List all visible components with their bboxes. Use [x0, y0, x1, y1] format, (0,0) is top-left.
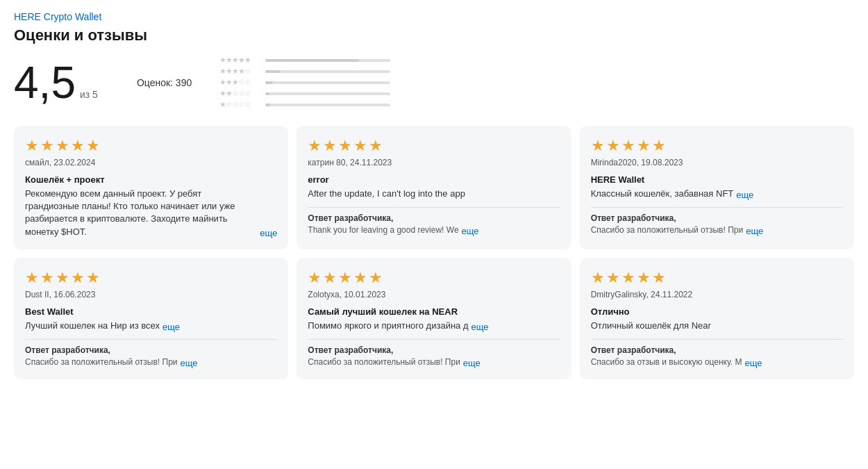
- review-body-row: Отличный кошелёк для Near: [591, 320, 843, 332]
- review-body-row: After the update, I can't log into the a…: [308, 188, 560, 200]
- dev-reply-text: Спасибо за отзыв и высокую оценку. М: [591, 356, 742, 368]
- dev-reply: Ответ разработчика,Спасибо за положитель…: [25, 339, 277, 368]
- dev-reply-more-link[interactable]: еще: [181, 358, 198, 368]
- bar-fill: [265, 104, 270, 106]
- review-meta: Dust II, 16.06.2023: [25, 290, 277, 299]
- dev-reply: Ответ разработчика,Спасибо за положитель…: [308, 339, 560, 368]
- review-body-row: Помимо яркого и приятного дизайна деще: [308, 320, 560, 332]
- review-meta: DmitryGalinsky, 24.11.2022: [591, 290, 843, 299]
- review-stars: ★★★★★: [591, 137, 843, 155]
- dev-reply-text: Спасибо за положительный отзыв! При: [591, 224, 744, 236]
- review-title: Отлично: [591, 306, 843, 317]
- rating-bar-row: ★★★★★: [219, 56, 390, 65]
- bar-track: [265, 70, 390, 73]
- review-title: Самый лучший кошелек на NEAR: [308, 306, 560, 317]
- review-title: error: [308, 174, 560, 185]
- review-more-link[interactable]: еще: [736, 190, 753, 200]
- dev-reply-text: Спасибо за положительный отзыв! При: [308, 356, 460, 368]
- bar-fill: [265, 81, 273, 84]
- bar-star-label: ★★☆☆☆: [219, 89, 261, 98]
- rating-bar-row: ★★☆☆☆: [219, 89, 390, 98]
- bar-fill: [265, 70, 281, 73]
- dev-reply-label: Ответ разработчика,: [591, 213, 843, 223]
- bar-track: [265, 104, 390, 106]
- review-body-row: Лучший кошелек на Нир из всехеще: [25, 320, 277, 332]
- review-stars: ★★★★★: [308, 269, 560, 287]
- bar-star-label: ★★★★☆: [219, 67, 261, 76]
- review-more-link[interactable]: еще: [260, 228, 277, 238]
- review-card: ★★★★★DmitryGalinsky, 24.11.2022ОтличноОт…: [580, 258, 854, 379]
- review-stars: ★★★★★: [308, 137, 560, 155]
- review-body-text: Лучший кошелек на Нир из всех: [25, 320, 160, 332]
- review-meta: катрин 80, 24.11.2023: [308, 158, 560, 167]
- review-more-link[interactable]: еще: [162, 322, 180, 332]
- bar-fill: [265, 59, 359, 62]
- review-more-link[interactable]: еще: [471, 322, 489, 332]
- review-body-text: After the update, I can't log into the a…: [308, 188, 465, 200]
- review-card: ★★★★★катрин 80, 24.11.2023errorAfter the…: [297, 126, 571, 249]
- dev-reply-row: Спасибо за положительный отзыв! Приеще: [591, 224, 843, 236]
- review-body-text: Помимо яркого и приятного дизайна д: [308, 320, 468, 332]
- bar-star-label: ★★★☆☆: [219, 78, 261, 87]
- bar-star-label: ★★★★★: [219, 56, 261, 65]
- dev-reply: Ответ разработчика,Thank you for leaving…: [308, 207, 560, 236]
- review-body-row: Классный кошелёк, забавная NFTеще: [591, 188, 843, 200]
- review-title: HERE Wallet: [591, 174, 843, 185]
- dev-reply-label: Ответ разработчика,: [591, 345, 843, 355]
- dev-reply-row: Спасибо за положительный отзыв! Приеще: [308, 356, 560, 368]
- review-body-row: Рекомендую всем данный проект. У ребят г…: [25, 188, 277, 238]
- dev-reply-text: Спасибо за положительный отзыв! При: [25, 356, 178, 368]
- review-meta: Zolotyxa, 10.01.2023: [308, 290, 560, 299]
- bar-star-label: ★☆☆☆☆: [219, 100, 261, 109]
- dev-reply-label: Ответ разработчика,: [25, 345, 277, 355]
- dev-reply-more-link[interactable]: еще: [463, 358, 481, 368]
- dev-reply-more-link[interactable]: еще: [744, 358, 762, 368]
- review-card: ★★★★★Zolotyxa, 10.01.2023Самый лучший ко…: [297, 258, 571, 379]
- rating-bar-row: ★★★☆☆: [219, 78, 390, 87]
- review-meta: смайл, 23.02.2024: [25, 158, 277, 167]
- review-body-text: Классный кошелёк, забавная NFT: [591, 188, 734, 200]
- review-stars: ★★★★★: [25, 269, 277, 287]
- dev-reply-text: Thank you for leaving a good review! We: [308, 224, 458, 236]
- dev-reply-row: Спасибо за отзыв и высокую оценку. Меще: [591, 356, 843, 368]
- review-card: ★★★★★смайл, 23.02.2024Кошелёк + проектРе…: [14, 126, 288, 249]
- review-body-text: Отличный кошелёк для Near: [591, 320, 711, 332]
- dev-reply-label: Ответ разработчика,: [308, 213, 560, 223]
- dev-reply-more-link[interactable]: еще: [462, 226, 479, 236]
- bar-track: [265, 92, 390, 95]
- dev-reply-row: Спасибо за положительный отзыв! Приеще: [25, 356, 277, 368]
- dev-reply-row: Thank you for leaving a good review! Weе…: [308, 224, 560, 236]
- dev-reply-more-link[interactable]: еще: [746, 226, 763, 236]
- out-of-label: из 5: [80, 89, 98, 100]
- review-stars: ★★★★★: [591, 269, 843, 287]
- page-title: Оценки и отзывы: [14, 26, 854, 44]
- rating-bar-row: ★★★★☆: [219, 67, 390, 76]
- bar-track: [265, 59, 390, 62]
- dev-reply: Ответ разработчика,Спасибо за положитель…: [591, 207, 843, 236]
- rating-bar-row: ★☆☆☆☆: [219, 100, 390, 109]
- dev-reply-label: Ответ разработчика,: [308, 345, 560, 355]
- review-title: Best Wallet: [25, 306, 277, 317]
- summary-section: 4,5 из 5 Оценок: 390 ★★★★★★★★★☆★★★☆☆★★☆☆…: [14, 56, 854, 109]
- review-card: ★★★★★Mirinda2020, 19.08.2023HERE WalletК…: [580, 126, 854, 249]
- review-card: ★★★★★Dust II, 16.06.2023Best WalletЛучши…: [14, 258, 288, 379]
- bar-fill: [265, 92, 269, 95]
- big-rating: 4,5 из 5: [14, 60, 98, 105]
- review-meta: Mirinda2020, 19.08.2023: [591, 158, 843, 167]
- app-link[interactable]: HERE Crypto Wallet: [14, 11, 854, 22]
- total-ratings: Оценок: 390: [137, 77, 192, 88]
- review-body-text: Рекомендую всем данный проект. У ребят г…: [25, 188, 257, 238]
- review-stars: ★★★★★: [25, 137, 277, 155]
- dev-reply: Ответ разработчика,Спасибо за отзыв и вы…: [591, 339, 843, 368]
- rating-bars: ★★★★★★★★★☆★★★☆☆★★☆☆☆★☆☆☆☆: [219, 56, 390, 109]
- review-title: Кошелёк + проект: [25, 174, 277, 185]
- bar-track: [265, 81, 390, 84]
- big-score: 4,5: [14, 60, 76, 105]
- reviews-grid: ★★★★★смайл, 23.02.2024Кошелёк + проектРе…: [14, 126, 854, 379]
